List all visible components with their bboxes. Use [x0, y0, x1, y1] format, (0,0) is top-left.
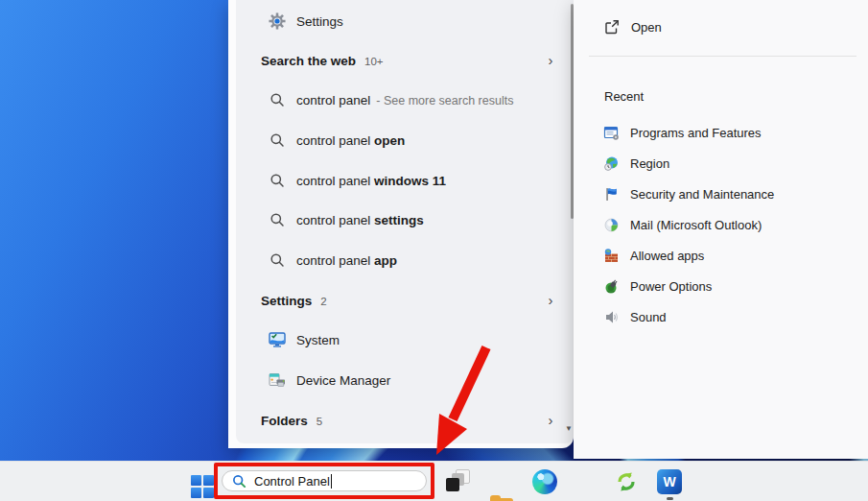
open-external-icon — [604, 19, 620, 35]
task-view-icon[interactable] — [446, 469, 471, 494]
search-icon — [269, 172, 286, 189]
search-flyout-results-panel: Settings Search the web 10+ › control pa… — [228, 0, 574, 448]
result-label: Settings — [296, 14, 343, 29]
section-count: 2 — [320, 295, 326, 307]
search-preview-pane: Open Recent Programs and Features — [574, 0, 868, 459]
chevron-right-icon[interactable]: › — [541, 411, 560, 430]
recent-item-label: Programs and Features — [630, 126, 762, 140]
annotation-red-rectangle: Control Panel — [214, 463, 434, 499]
search-icon — [269, 251, 286, 269]
result-settings-app[interactable]: Settings — [236, 10, 574, 33]
result-system[interactable]: System — [236, 328, 574, 351]
section-label: Folders — [261, 414, 308, 428]
search-icon — [269, 131, 286, 149]
recent-item-label: Security and Maintenance — [630, 187, 774, 202]
programs-features-icon — [603, 125, 620, 141]
edge-icon[interactable] — [532, 469, 557, 494]
taskbar-search-input[interactable]: Control Panel — [222, 470, 427, 491]
text-caret — [331, 474, 333, 489]
speaker-icon — [603, 309, 620, 325]
recent-item-label: Power Options — [630, 279, 712, 294]
security-flag-icon — [603, 186, 620, 203]
suggestion-text: control panel app — [296, 253, 397, 268]
device-manager-icon — [269, 371, 286, 389]
section-label: Search the web — [261, 54, 356, 68]
system-monitor-icon — [269, 331, 286, 348]
recent-item-power-options[interactable]: Power Options — [574, 273, 868, 299]
recent-item-mail-outlook[interactable]: Mail (Microsoft Outlook) — [574, 211, 868, 238]
web-suggestion[interactable]: control panel settings — [236, 208, 574, 231]
recent-item-sound[interactable]: Sound — [574, 303, 868, 330]
result-label: Device Manager — [296, 373, 390, 388]
recent-item-label: Allowed apps — [630, 249, 704, 263]
recent-item-allowed-apps[interactable]: Allowed apps — [574, 242, 868, 269]
recent-item-label: Mail (Microsoft Outlook) — [630, 218, 762, 232]
open-action[interactable]: Open — [574, 12, 868, 42]
divider — [589, 56, 856, 57]
suggestion-text: control panel settings — [296, 213, 424, 227]
power-plug-icon — [603, 278, 620, 295]
region-globe-icon — [603, 155, 620, 172]
search-icon — [269, 211, 286, 228]
result-device-manager[interactable]: Device Manager — [236, 369, 574, 392]
section-label: Settings — [261, 294, 312, 308]
recent-item-security-and-maintenance[interactable]: Security and Maintenance — [574, 180, 868, 207]
web-suggestion[interactable]: control panel app — [236, 249, 574, 272]
open-label: Open — [631, 20, 662, 35]
settings-gear-icon — [269, 12, 286, 30]
recent-item-region[interactable]: Region — [574, 150, 868, 177]
windows-start-icon[interactable] — [191, 475, 214, 498]
web-suggestion[interactable]: control panel- See more search results — [236, 88, 574, 111]
mail-outlook-icon — [603, 217, 620, 233]
recent-title: Recent — [604, 89, 644, 104]
recent-item-programs-and-features[interactable]: Programs and Features — [574, 119, 868, 146]
file-explorer-icon[interactable] — [489, 494, 514, 501]
suggestion-text: control panel open — [296, 133, 405, 148]
recent-item-label: Sound — [630, 310, 667, 324]
word-icon[interactable]: W — [657, 469, 682, 494]
screen: Settings Search the web 10+ › control pa… — [0, 0, 868, 501]
scroll-down-arrow-icon[interactable]: ▼ — [565, 424, 573, 433]
section-count: 5 — [317, 415, 322, 427]
web-suggestion[interactable]: control panel open — [236, 129, 574, 152]
web-suggestion[interactable]: control panel windows 11 — [236, 169, 574, 192]
suggestion-text: control panel windows 11 — [296, 174, 446, 188]
section-count: 10+ — [364, 55, 384, 67]
sync-icon[interactable] — [615, 470, 638, 493]
recent-item-label: Region — [630, 156, 669, 171]
section-folders: Folders 5 — [261, 409, 322, 432]
search-icon — [269, 91, 286, 108]
taskbar: Control Panel W — [0, 461, 868, 501]
search-icon — [232, 474, 246, 489]
section-settings: Settings 2 — [261, 289, 327, 312]
search-input-value: Control Panel — [254, 474, 330, 489]
section-search-the-web: Search the web 10+ — [261, 49, 384, 72]
running-app-indicator — [667, 497, 673, 500]
result-label: System — [296, 333, 340, 347]
firewall-brick-icon — [603, 248, 620, 264]
search-results-list: Settings Search the web 10+ › control pa… — [236, 0, 574, 443]
chevron-right-icon[interactable]: › — [541, 291, 560, 310]
chevron-right-icon[interactable]: › — [541, 51, 560, 70]
suggestion-text: control panel- See more search results — [296, 93, 513, 107]
